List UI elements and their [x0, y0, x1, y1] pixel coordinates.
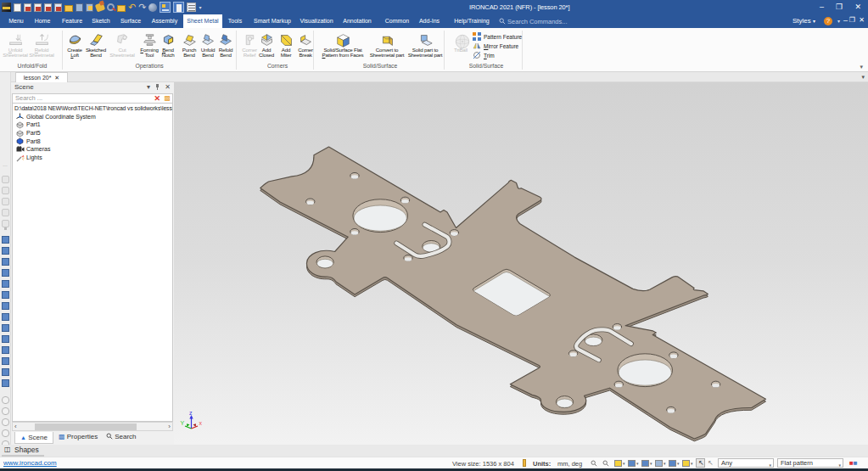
svg-text:x: x [199, 420, 203, 426]
svg-text:z: z [189, 410, 193, 416]
svg-text:Y: Y [181, 420, 185, 426]
